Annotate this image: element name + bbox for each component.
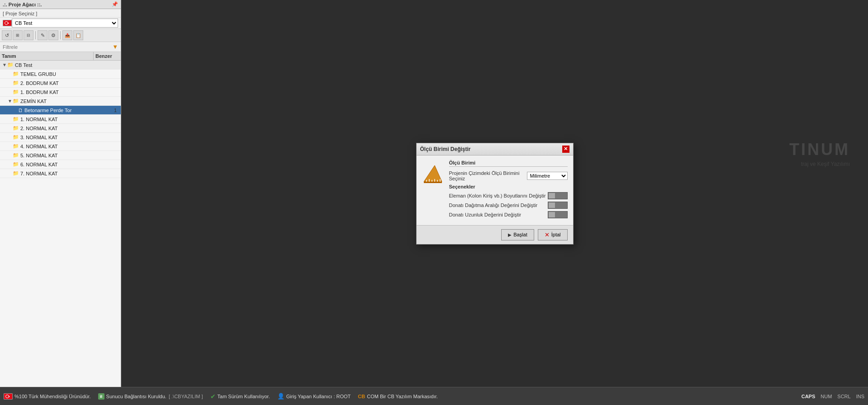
dialog-title: Ölçü Birimi Değiştir [420, 146, 471, 152]
status-item-server: 🖥 Sunucu Bağlantısı Kuruldu. [ .\CBYAZIL… [98, 393, 203, 400]
flag-icon: ★ [3, 20, 12, 26]
row-label: 1. BODRUM KAT [20, 89, 112, 95]
folder-icon: 📁 [7, 62, 14, 68]
user-icon: 👤 [277, 393, 285, 400]
row-label: CB Test [15, 62, 112, 68]
option2-toggle[interactable] [548, 202, 568, 209]
tree-row-normal7[interactable]: 📁 7. NORMAL KAT [0, 169, 121, 178]
status-text-4: Giriş Yapan Kullanıcı : ROOT [286, 394, 351, 399]
left-panel: .:. Proje Ağacı ::. 📌 [ Proje Seçiniz ] … [0, 0, 121, 387]
project-select-label: [ Proje Seçiniz ] [0, 9, 121, 18]
ins-indicator: INS [856, 394, 864, 399]
cancel-icon: ✕ [545, 231, 550, 238]
row-label: 3. NORMAL KAT [20, 135, 112, 140]
folder-icon: 📁 [13, 125, 19, 131]
tree-row-bodrum1[interactable]: 📁 1. BODRUM KAT [0, 88, 121, 97]
toolbar-expand-btn[interactable]: ⊞ [13, 30, 23, 40]
toolbar: ↺ ⊞ ⊟ ✎ ⚙ 📤 📋 [0, 29, 121, 42]
row-label: 2. BODRUM KAT [20, 80, 112, 86]
start-button[interactable]: ▶ Başlat [501, 229, 534, 240]
com-icon: CB [358, 394, 365, 399]
folder-icon: 📁 [13, 80, 19, 86]
filter-input[interactable] [3, 44, 112, 50]
watermark-sub: traj ve Keşif Yazılımı [801, 161, 850, 167]
row-label: 4. NORMAL KAT [20, 144, 112, 149]
status-text-3: Tam Sürüm Kullanılıyor. [218, 394, 270, 399]
ruler-icon [422, 162, 444, 184]
status-text-1: %100 Türk Mühendisliği Ürünüdür. [14, 394, 91, 399]
toolbar-sep1 [35, 31, 36, 39]
status-bar-right: CAPS NUM SCRL INS [802, 394, 864, 399]
panel-title-bar: .:. Proje Ağacı ::. 📌 [0, 0, 121, 9]
dialog-titlebar: Ölçü Birimi Değiştir ✕ [417, 143, 573, 155]
option3-row: Donatı Uzunluk Değerini Değiştir [449, 211, 568, 218]
unit-dropdown[interactable]: Milimetre Santimetre Metre [527, 172, 568, 180]
unit-select-label: Projenin Çizimdeki Ölçü Birimini Seçiniz [449, 170, 527, 181]
folder-icon: 📁 [13, 134, 19, 140]
scrl-indicator: SCRL [837, 394, 850, 399]
tree-row-cbtest[interactable]: ▼ 📁 CB Test [0, 61, 121, 70]
pin-icon[interactable]: 📌 [112, 1, 118, 7]
tree-row-normal2[interactable]: 📁 2. NORMAL KAT [0, 124, 121, 133]
row-label: ZEMİN KAT [20, 99, 112, 104]
option3-toggle[interactable] [548, 211, 568, 218]
server-icon: 🖥 [98, 393, 104, 400]
tree-row-normal4[interactable]: 📁 4. NORMAL KAT [0, 142, 121, 151]
dialog-content: Ölçü Birimi Projenin Çizimdeki Ölçü Biri… [449, 160, 568, 221]
toggle-knob [549, 202, 555, 208]
tree-row-normal6[interactable]: 📁 6. NORMAL KAT [0, 160, 121, 169]
option2-row: Donatı Dağıtma Aralığı Değerini Değiştir [449, 202, 568, 209]
folder-icon: 📁 [13, 152, 19, 158]
filter-icon: ▼ [112, 43, 118, 50]
toolbar-settings-btn[interactable]: ⚙ [48, 30, 58, 40]
toolbar-refresh-btn[interactable]: ↺ [2, 30, 12, 40]
tree-row-temel[interactable]: 📁 TEMEL GRUBU [0, 70, 121, 79]
folder-icon: 📁 [13, 89, 19, 95]
tree-row-normal5[interactable]: 📁 5. NORMAL KAT [0, 151, 121, 160]
section2-title: Seçenekler [449, 184, 568, 189]
toolbar-export1-btn[interactable]: 📤 [62, 30, 72, 40]
option1-label: Eleman (Kolon Kiriş vb.) Boyutlarını Değ… [449, 193, 548, 198]
status-item-flag: ★ %100 Türk Mühendisliği Ürünüdür. [4, 393, 91, 400]
tree-row-perde[interactable]: 🗋 Betonarme Perde Tor 1 [0, 106, 121, 115]
project-dropdown-wrapper: ★ CB Test [0, 18, 121, 29]
col-benzer-header: Benzer [94, 52, 121, 60]
status-text-5: COM Bir CB Yazılım Markasıdır. [367, 394, 438, 399]
status-item-com: CB COM Bir CB Yazılım Markasıdır. [358, 394, 438, 399]
cancel-button[interactable]: ✕ İptal [538, 229, 568, 240]
toolbar-collapse-btn[interactable]: ⊟ [24, 30, 33, 40]
tree-row-normal1[interactable]: 📁 1. NORMAL KAT [0, 115, 121, 124]
page-icon: 🗋 [18, 108, 23, 113]
svg-rect-8 [424, 182, 442, 183]
row-label: 2. NORMAL KAT [20, 126, 112, 131]
status-item-version: ✔ Tam Sürüm Kullanılıyor. [210, 393, 270, 400]
tree-header: Tanım Benzer [0, 52, 121, 61]
status-bar: ★ %100 Türk Mühendisliği Ürünüdür. 🖥 Sun… [0, 387, 868, 405]
dialog-body: Ölçü Birimi Projenin Çizimdeki Ölçü Biri… [417, 155, 573, 225]
tree-content: ▼ 📁 CB Test 📁 TEMEL GRUBU 📁 2. BODRUM KA… [0, 61, 121, 387]
row-count: 1 [112, 108, 121, 113]
toolbar-export2-btn[interactable]: 📋 [73, 30, 83, 40]
check-icon: ✔ [210, 393, 216, 400]
expand-icon[interactable]: ▼ [2, 62, 7, 67]
project-dropdown[interactable]: CB Test [12, 19, 118, 28]
tree-row-bodrum2[interactable]: 📁 2. BODRUM KAT [0, 79, 121, 88]
row-label: TEMEL GRUBU [20, 71, 112, 77]
tree-row-zemin[interactable]: ▼ 📁 ZEMİN KAT [0, 97, 121, 106]
unit-select-row: Projenin Çizimdeki Ölçü Birimini Seçiniz… [449, 170, 568, 181]
row-label: 6. NORMAL KAT [20, 162, 112, 167]
toggle-knob [549, 212, 555, 217]
row-label: 7. NORMAL KAT [20, 171, 112, 176]
option1-toggle[interactable] [548, 192, 568, 199]
tree-row-normal3[interactable]: 📁 3. NORMAL KAT [0, 133, 121, 142]
option3-label: Donatı Uzunluk Değerini Değiştir [449, 212, 548, 217]
folder-icon: 📁 [13, 71, 19, 77]
row-label: Betonarme Perde Tor [24, 108, 112, 113]
start-label: Başlat [513, 232, 527, 237]
col-tanim-header: Tanım [0, 52, 94, 60]
dialog-olcu-birimi: Ölçü Birimi Değiştir ✕ [416, 143, 574, 245]
svg-marker-1 [424, 165, 442, 182]
dialog-close-button[interactable]: ✕ [562, 146, 569, 153]
toolbar-edit-btn[interactable]: ✎ [38, 30, 47, 40]
expand-icon-zemin[interactable]: ▼ [7, 99, 13, 104]
